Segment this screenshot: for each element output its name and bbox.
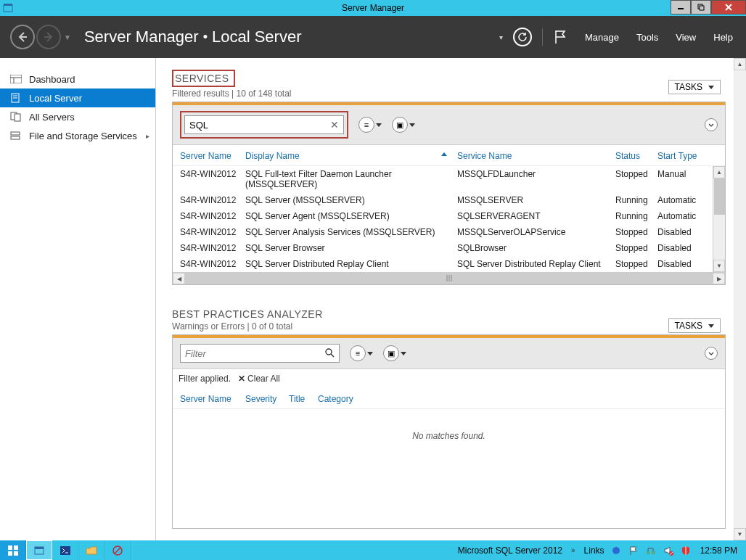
no-matches-label: No matches found. — [173, 409, 725, 528]
services-title: SERVICES — [175, 73, 229, 84]
bpa-filter-input[interactable] — [185, 348, 335, 359]
maximize-button[interactable] — [691, 0, 711, 15]
services-filter-input[interactable] — [189, 120, 339, 131]
breadcrumb-more-icon[interactable]: ▾ — [499, 33, 503, 41]
table-row[interactable]: S4R-WIN2012SQL Server Distributed Replay… — [173, 256, 725, 272]
col-category[interactable]: Category — [315, 394, 366, 404]
disk-icon: ▣ — [392, 117, 408, 133]
content-vertical-scrollbar[interactable]: ▲ ▼ — [734, 58, 746, 540]
filter-applied-label: Filter applied. — [179, 374, 231, 384]
breadcrumb-separator-icon: • — [203, 30, 208, 45]
table-row[interactable]: S4R-WIN2012SQL Full-text Filter Daemon L… — [173, 166, 725, 192]
cell-status: Stopped — [612, 259, 655, 269]
tray-icon-flag[interactable] — [628, 545, 639, 556]
tasks-label: TASKS — [675, 321, 702, 331]
col-status[interactable]: Status — [612, 151, 655, 161]
expand-button[interactable] — [705, 118, 718, 131]
cell-server: S4R-WIN2012 — [177, 227, 242, 237]
breadcrumb-location[interactable]: Local Server — [212, 28, 302, 46]
scroll-thumb[interactable] — [714, 178, 725, 215]
tray-icon-sound[interactable] — [663, 545, 674, 556]
close-button[interactable] — [711, 0, 746, 15]
cell-start: Automatic — [655, 211, 704, 221]
menu-manage[interactable]: Manage — [585, 32, 619, 43]
scroll-right-icon[interactable]: ▶ — [713, 273, 725, 284]
content-area: SERVICES Filtered results | 10 of 148 to… — [156, 58, 746, 540]
links-label[interactable]: Links — [584, 545, 604, 556]
col-start-type[interactable]: Start Type — [655, 151, 704, 161]
system-tray: Microsoft SQL Server 2012 » Links 12:58 … — [458, 545, 746, 556]
col-service-name[interactable]: Service Name — [454, 151, 612, 161]
col-severity[interactable]: Severity — [242, 394, 286, 404]
scroll-track[interactable] — [185, 273, 713, 284]
forward-button[interactable] — [36, 25, 61, 49]
table-row[interactable]: S4R-WIN2012SQL Server Agent (MSSQLSERVER… — [173, 208, 725, 224]
start-button[interactable] — [0, 540, 26, 560]
horizontal-scrollbar[interactable]: ◀ ▶ — [173, 272, 725, 284]
vertical-scrollbar[interactable]: ▲ ▼ — [713, 166, 725, 272]
chevron-down-icon — [401, 352, 406, 355]
table-row[interactable]: S4R-WIN2012SQL Server BrowserSQLBrowserS… — [173, 240, 725, 256]
clock[interactable]: 12:58 PM — [697, 545, 740, 556]
svg-rect-0 — [4, 5, 12, 12]
filter-applied-row: Filter applied. ✕Clear All — [173, 369, 725, 388]
view-options-button[interactable]: ≡ — [358, 117, 382, 133]
scroll-up-icon[interactable]: ▲ — [734, 58, 746, 70]
menu-view[interactable]: View — [676, 32, 696, 43]
save-options-button[interactable]: ▣ — [392, 117, 415, 133]
sidebar-item-dashboard[interactable]: Dashboard — [0, 70, 155, 88]
save-options-button[interactable]: ▣ — [383, 345, 406, 361]
cell-status: Stopped — [612, 243, 655, 253]
table-row[interactable]: S4R-WIN2012SQL Server Analysis Services … — [173, 224, 725, 240]
scroll-left-icon[interactable]: ◀ — [173, 273, 185, 284]
svg-point-30 — [612, 547, 620, 554]
svg-rect-16 — [15, 114, 20, 121]
flag-icon[interactable] — [553, 29, 567, 45]
col-display-name[interactable]: Display Name — [242, 151, 454, 161]
cell-status: Stopped — [612, 169, 655, 189]
svg-rect-23 — [8, 551, 12, 556]
svg-rect-27 — [60, 546, 70, 555]
sidebar-item-local-server[interactable]: Local Server — [0, 88, 155, 107]
tray-icon-network[interactable] — [645, 545, 657, 556]
bpa-panel: ≡ ▣ Filter applied. ✕Clear All — [172, 334, 726, 529]
menu-tools[interactable]: Tools — [636, 32, 658, 43]
scroll-down-icon[interactable]: ▼ — [713, 260, 725, 272]
services-tasks-button[interactable]: TASKS — [668, 80, 721, 94]
clear-all-button[interactable]: ✕Clear All — [238, 374, 280, 384]
cell-start: Disabled — [655, 227, 704, 237]
main: Dashboard Local Server All Servers File … — [0, 58, 746, 540]
expand-button[interactable] — [705, 347, 718, 360]
title-bar: Server Manager — [0, 0, 746, 16]
task-blocked[interactable] — [104, 540, 131, 560]
sidebar-item-all-servers[interactable]: All Servers — [0, 107, 155, 126]
col-title[interactable]: Title — [286, 394, 315, 404]
refresh-button[interactable] — [513, 28, 532, 46]
cell-server: S4R-WIN2012 — [177, 211, 242, 221]
disk-icon: ▣ — [383, 345, 399, 361]
task-server-manager[interactable] — [26, 540, 52, 560]
view-options-button[interactable]: ≡ — [350, 345, 373, 361]
tray-icon-1[interactable] — [610, 545, 622, 556]
minimize-button[interactable] — [671, 0, 691, 15]
bpa-tasks-button[interactable]: TASKS — [668, 318, 721, 333]
col-server-name[interactable]: Server Name — [177, 394, 242, 404]
bpa-toolbar: ≡ ▣ — [173, 338, 725, 369]
history-dropdown-icon[interactable]: ▼ — [64, 33, 71, 41]
tray-icon-shield[interactable] — [680, 545, 692, 556]
menu-help[interactable]: Help — [713, 32, 733, 43]
sidebar-item-label: Dashboard — [29, 74, 75, 85]
scroll-down-icon[interactable]: ▼ — [734, 528, 746, 540]
services-grid-body: S4R-WIN2012SQL Full-text Filter Daemon L… — [173, 166, 725, 272]
scroll-up-icon[interactable]: ▲ — [713, 166, 725, 178]
sidebar-item-file-storage[interactable]: File and Storage Services ▸ — [0, 126, 155, 145]
clear-filter-icon[interactable]: ✕ — [330, 119, 339, 131]
search-icon[interactable] — [324, 347, 335, 360]
task-explorer[interactable] — [78, 540, 104, 560]
task-powershell[interactable] — [52, 540, 78, 560]
breadcrumb-root[interactable]: Server Manager — [84, 28, 199, 46]
cell-display: SQL Server Analysis Services (MSSQLSERVE… — [242, 227, 454, 237]
back-button[interactable] — [10, 25, 35, 49]
col-server-name[interactable]: Server Name — [177, 151, 242, 161]
table-row[interactable]: S4R-WIN2012SQL Server (MSSQLSERVER)MSSQL… — [173, 192, 725, 208]
